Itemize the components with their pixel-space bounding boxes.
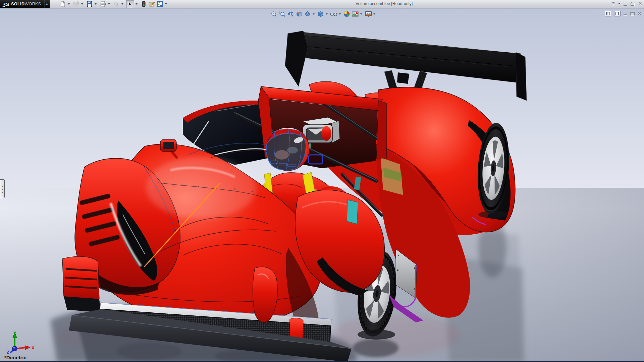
previous-view-icon	[287, 11, 294, 17]
view-orientation-button[interactable]	[304, 10, 311, 18]
help-dropdown[interactable]	[618, 3, 620, 4]
zoom-to-area-button[interactable]	[279, 10, 286, 18]
apply-scene-button[interactable]	[352, 10, 359, 18]
save-icon	[87, 1, 93, 7]
display-style-button[interactable]	[317, 10, 324, 18]
undo-icon	[113, 1, 119, 7]
document-restore-button[interactable]	[630, 12, 635, 15]
logo-expand-button[interactable]: ▸	[45, 0, 50, 8]
hide-show-items-button[interactable]	[330, 10, 337, 18]
pane-left-icon	[606, 12, 610, 15]
3d-viewport[interactable]	[0, 0, 644, 362]
edit-note-button[interactable]	[148, 0, 156, 8]
view-settings-button[interactable]	[365, 10, 372, 18]
3ds-logo-glyph: ƷS	[3, 1, 9, 7]
triad-z-label: Z	[7, 350, 9, 354]
minimize-button[interactable]	[624, 5, 627, 6]
view-settings-dropdown[interactable]	[373, 13, 375, 15]
triad-y-label: Y	[13, 330, 16, 336]
new-document-button[interactable]	[59, 0, 66, 8]
new-dropdown[interactable]	[68, 3, 70, 5]
help-button[interactable]: ?	[612, 1, 615, 7]
undo-dropdown[interactable]	[121, 3, 123, 5]
apply-scene-dropdown[interactable]	[360, 13, 362, 15]
undo-button[interactable]	[113, 0, 120, 8]
appearance-ball-icon	[343, 11, 350, 17]
section-view-icon	[296, 11, 303, 17]
teal-vent-panel	[347, 200, 358, 224]
document-window-controls: ✕	[605, 11, 641, 16]
restore-button[interactable]	[631, 2, 635, 6]
zoom-to-fit-icon	[271, 11, 277, 17]
zoom-to-area-icon	[279, 11, 286, 17]
solidworks-logo: ƷS SOLID WORKS	[0, 0, 45, 8]
display-style-icon	[317, 11, 324, 17]
orientation-triad: Y X Z	[5, 330, 36, 354]
hide-show-dropdown[interactable]	[339, 13, 341, 15]
print-button[interactable]	[99, 0, 107, 8]
select-cursor-icon	[127, 1, 133, 7]
save-button[interactable]	[86, 0, 93, 8]
zoom-to-fit-button[interactable]	[270, 10, 278, 18]
triad-x-label: X	[32, 345, 35, 350]
document-close-button[interactable]: ✕	[638, 11, 641, 16]
view-orientation-dropdown[interactable]	[313, 13, 315, 15]
intake-box	[303, 117, 340, 143]
heads-up-toolbar	[270, 10, 377, 18]
section-view-button[interactable]	[296, 10, 303, 18]
view-orientation-label: *Dimetric	[4, 355, 26, 360]
rebuild-button[interactable]	[140, 0, 148, 8]
glasses-icon	[330, 11, 337, 17]
options-list-button[interactable]	[156, 0, 164, 8]
pane-right-icon	[615, 12, 619, 15]
edit-appearance-button[interactable]	[343, 10, 351, 18]
open-document-icon	[73, 1, 79, 7]
select-button[interactable]	[126, 0, 134, 8]
save-dropdown[interactable]	[95, 3, 97, 5]
previous-view-button[interactable]	[287, 10, 294, 18]
view-orientation-icon	[304, 11, 311, 17]
options-dropdown[interactable]	[165, 3, 167, 5]
document-title: Voiture assomblee [Read-only]	[356, 1, 413, 6]
close-button[interactable]: ✕	[638, 1, 642, 7]
apply-scene-icon	[352, 11, 359, 17]
note-pencil-icon	[149, 1, 155, 7]
checklist-icon	[157, 1, 163, 7]
print-icon	[100, 1, 106, 7]
print-dropdown[interactable]	[108, 3, 110, 5]
display-style-dropdown[interactable]	[326, 13, 328, 15]
new-document-icon	[60, 1, 66, 7]
pane-right-button[interactable]	[614, 11, 621, 16]
select-dropdown[interactable]	[136, 3, 138, 5]
window-bottom-edge	[0, 361, 644, 362]
open-document-button[interactable]	[72, 0, 80, 8]
feature-panel-collapse-tab[interactable]: ◂ ◂ ◂	[0, 179, 5, 198]
traffic-light-icon	[142, 1, 146, 7]
window-controls: ? ✕	[612, 1, 642, 7]
view-settings-icon	[365, 11, 372, 17]
document-minimize-button[interactable]	[624, 14, 627, 15]
open-dropdown[interactable]	[81, 3, 83, 5]
title-bar: ƷS SOLID WORKS ▸	[0, 0, 644, 8]
main-toolbar	[59, 0, 169, 8]
pane-left-button[interactable]	[605, 11, 611, 16]
